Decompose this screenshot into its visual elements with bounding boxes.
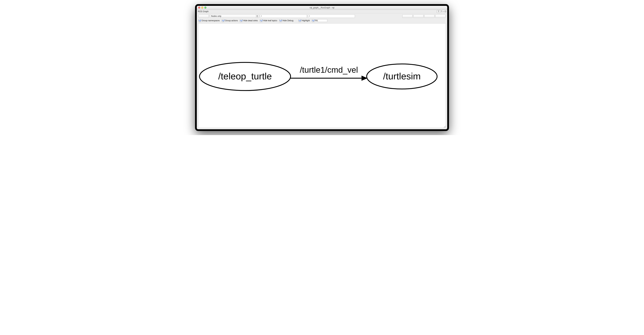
chk-group-namespaces[interactable]: Group namespaces xyxy=(198,19,220,22)
window-title: rqt_graph__RosGraph - rqt xyxy=(197,6,447,9)
chk-hide-dead-sinks[interactable]: Hide dead sinks xyxy=(240,19,258,22)
toolbar-button-4[interactable] xyxy=(435,14,446,18)
checkbox-icon xyxy=(222,19,224,22)
chk-label: Hide leaf topics xyxy=(263,19,277,22)
node-filter-value: / xyxy=(261,15,262,17)
chk-label: Hide Debug xyxy=(282,19,293,22)
toolbar-button-3[interactable] xyxy=(424,14,434,18)
chk-label: Fit xyxy=(315,19,317,22)
chevron-updown-icon xyxy=(256,14,258,18)
chk-label: Highlight xyxy=(302,19,310,22)
chk-fit[interactable]: Fit xyxy=(312,19,327,22)
toolbar-button-2[interactable] xyxy=(413,14,424,18)
plugin-title: ROS Graph xyxy=(198,10,208,13)
checkbox-icon xyxy=(260,19,262,22)
chk-label: Hide dead sinks xyxy=(243,19,258,22)
chk-label: Group namespaces xyxy=(202,19,220,22)
checkbox-icon xyxy=(279,19,282,22)
resize-grip-icon[interactable] xyxy=(443,125,446,128)
refresh-button[interactable] xyxy=(198,14,209,18)
chk-group-actions[interactable]: Group actions xyxy=(222,19,238,22)
plugin-titlebar[interactable]: ROS Graph D ? – O xyxy=(197,10,447,13)
app-window: rqt_graph__RosGraph - rqt ROS Graph D ? … xyxy=(197,6,447,129)
ros-graph-svg: /teleop_turtle /turtlesim /turtle1/cmd_v… xyxy=(198,23,446,128)
node-teleop-turtle-label: /teleop_turtle xyxy=(218,71,272,81)
graph-canvas[interactable]: /teleop_turtle /turtlesim /turtle1/cmd_v… xyxy=(198,23,446,128)
node-filter-input[interactable]: / xyxy=(260,14,307,18)
dock-button[interactable]: D xyxy=(437,10,440,13)
checkbox-icon xyxy=(312,19,314,22)
toolbar-row-1: Nodes only / / xyxy=(197,13,447,19)
close-window-icon[interactable] xyxy=(198,6,200,8)
graph-mode-select[interactable]: Nodes only xyxy=(210,14,259,18)
checkbox-icon xyxy=(298,19,301,22)
help-button[interactable]: ? xyxy=(441,10,442,13)
topic-filter-input[interactable]: / xyxy=(308,14,355,18)
chk-hide-leaf-topics[interactable]: Hide leaf topics xyxy=(260,19,277,22)
graph-mode-value: Nodes only xyxy=(211,15,221,17)
float-button[interactable]: – xyxy=(443,10,444,13)
options-row: Group namespaces Group actions Hide dead… xyxy=(197,19,447,23)
right-button-group xyxy=(402,14,446,18)
fit-ratio-input[interactable] xyxy=(318,19,327,22)
chk-highlight[interactable]: Highlight xyxy=(298,19,310,22)
node-turtlesim-label: /turtlesim xyxy=(383,71,421,81)
traffic-lights xyxy=(198,6,206,8)
chk-hide-debug[interactable]: Hide Debug xyxy=(279,19,293,22)
titlebar[interactable]: rqt_graph__RosGraph - rqt xyxy=(197,6,447,10)
toolbar-button-1[interactable] xyxy=(402,14,412,18)
edge-label: /turtle1/cmd_vel xyxy=(300,65,358,74)
zoom-window-icon[interactable] xyxy=(204,6,206,8)
checkbox-icon xyxy=(198,19,201,22)
close-plugin-button[interactable]: O xyxy=(445,10,446,13)
checkbox-icon xyxy=(240,19,242,22)
topic-filter-value: / xyxy=(309,15,310,17)
chk-label: Group actions xyxy=(225,19,238,22)
minimize-window-icon[interactable] xyxy=(201,6,203,8)
